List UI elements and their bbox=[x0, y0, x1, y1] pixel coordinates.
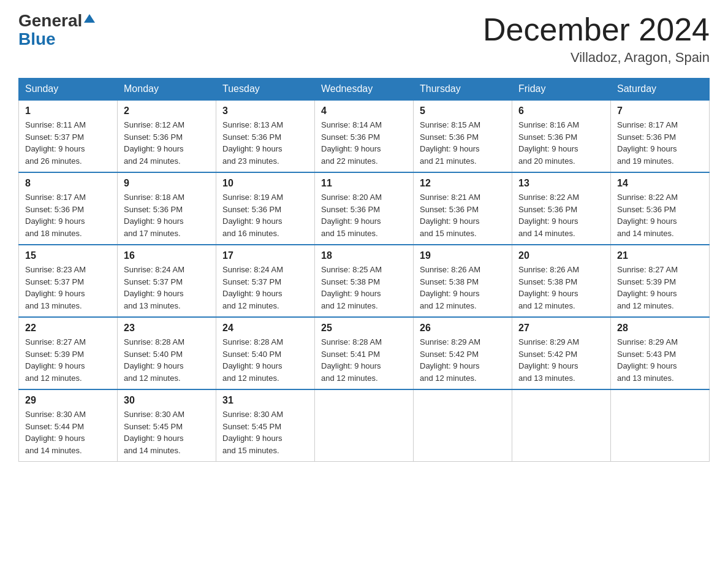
table-row: 10Sunrise: 8:19 AMSunset: 5:36 PMDayligh… bbox=[216, 172, 315, 245]
day-info: Sunrise: 8:13 AMSunset: 5:36 PMDaylight:… bbox=[222, 119, 308, 167]
table-row bbox=[315, 389, 414, 462]
col-header-friday: Friday bbox=[512, 79, 611, 101]
day-number: 5 bbox=[420, 105, 506, 117]
calendar-week-row: 8Sunrise: 8:17 AMSunset: 5:36 PMDaylight… bbox=[19, 172, 710, 245]
day-number: 3 bbox=[222, 105, 308, 117]
logo-text-blue: Blue bbox=[18, 31, 56, 48]
day-info: Sunrise: 8:15 AMSunset: 5:36 PMDaylight:… bbox=[420, 119, 506, 167]
day-info: Sunrise: 8:17 AMSunset: 5:36 PMDaylight:… bbox=[25, 191, 111, 239]
table-row: 12Sunrise: 8:21 AMSunset: 5:36 PMDayligh… bbox=[414, 172, 512, 245]
table-row: 2Sunrise: 8:12 AMSunset: 5:36 PMDaylight… bbox=[118, 100, 216, 172]
day-info: Sunrise: 8:18 AMSunset: 5:36 PMDaylight:… bbox=[124, 191, 210, 239]
table-row: 18Sunrise: 8:25 AMSunset: 5:38 PMDayligh… bbox=[315, 245, 414, 317]
table-row: 13Sunrise: 8:22 AMSunset: 5:36 PMDayligh… bbox=[512, 172, 611, 245]
day-info: Sunrise: 8:27 AMSunset: 5:39 PMDaylight:… bbox=[617, 264, 703, 312]
day-number: 11 bbox=[321, 178, 407, 189]
location-subtitle: Villadoz, Aragon, Spain bbox=[483, 50, 710, 66]
month-title: December 2024 bbox=[483, 12, 710, 47]
day-number: 30 bbox=[124, 395, 210, 406]
day-number: 28 bbox=[617, 323, 703, 334]
day-number: 9 bbox=[124, 178, 210, 189]
day-info: Sunrise: 8:14 AMSunset: 5:36 PMDaylight:… bbox=[321, 119, 407, 167]
day-info: Sunrise: 8:17 AMSunset: 5:36 PMDaylight:… bbox=[617, 119, 703, 167]
col-header-wednesday: Wednesday bbox=[315, 79, 414, 101]
day-info: Sunrise: 8:28 AMSunset: 5:40 PMDaylight:… bbox=[222, 336, 308, 384]
day-number: 31 bbox=[222, 395, 308, 406]
day-info: Sunrise: 8:28 AMSunset: 5:41 PMDaylight:… bbox=[321, 336, 407, 384]
table-row: 4Sunrise: 8:14 AMSunset: 5:36 PMDaylight… bbox=[315, 100, 414, 172]
table-row: 23Sunrise: 8:28 AMSunset: 5:40 PMDayligh… bbox=[118, 317, 216, 389]
table-row: 1Sunrise: 8:11 AMSunset: 5:37 PMDaylight… bbox=[19, 100, 118, 172]
calendar-week-row: 22Sunrise: 8:27 AMSunset: 5:39 PMDayligh… bbox=[19, 317, 710, 389]
logo-text-general: General bbox=[18, 12, 82, 29]
day-number: 25 bbox=[321, 323, 407, 334]
calendar-table: Sunday Monday Tuesday Wednesday Thursday… bbox=[18, 78, 710, 462]
day-number: 4 bbox=[321, 105, 407, 117]
day-info: Sunrise: 8:25 AMSunset: 5:38 PMDaylight:… bbox=[321, 264, 407, 312]
table-row bbox=[611, 389, 710, 462]
day-info: Sunrise: 8:22 AMSunset: 5:36 PMDaylight:… bbox=[518, 191, 604, 239]
day-info: Sunrise: 8:26 AMSunset: 5:38 PMDaylight:… bbox=[518, 264, 604, 312]
day-number: 12 bbox=[420, 178, 506, 189]
day-number: 6 bbox=[518, 105, 604, 117]
day-number: 26 bbox=[420, 323, 506, 334]
calendar-week-row: 15Sunrise: 8:23 AMSunset: 5:37 PMDayligh… bbox=[19, 245, 710, 317]
day-info: Sunrise: 8:20 AMSunset: 5:36 PMDaylight:… bbox=[321, 191, 407, 239]
table-row: 19Sunrise: 8:26 AMSunset: 5:38 PMDayligh… bbox=[414, 245, 512, 317]
day-info: Sunrise: 8:29 AMSunset: 5:42 PMDaylight:… bbox=[420, 336, 506, 384]
table-row: 17Sunrise: 8:24 AMSunset: 5:37 PMDayligh… bbox=[216, 245, 315, 317]
day-info: Sunrise: 8:30 AMSunset: 5:44 PMDaylight:… bbox=[25, 408, 111, 456]
table-row: 20Sunrise: 8:26 AMSunset: 5:38 PMDayligh… bbox=[512, 245, 611, 317]
title-block: December 2024 Villadoz, Aragon, Spain bbox=[483, 12, 710, 66]
day-info: Sunrise: 8:30 AMSunset: 5:45 PMDaylight:… bbox=[124, 408, 210, 456]
day-number: 16 bbox=[124, 250, 210, 261]
col-header-saturday: Saturday bbox=[611, 79, 710, 101]
table-row: 28Sunrise: 8:29 AMSunset: 5:43 PMDayligh… bbox=[611, 317, 710, 389]
table-row: 31Sunrise: 8:30 AMSunset: 5:45 PMDayligh… bbox=[216, 389, 315, 462]
day-info: Sunrise: 8:28 AMSunset: 5:40 PMDaylight:… bbox=[124, 336, 210, 384]
calendar-week-row: 29Sunrise: 8:30 AMSunset: 5:44 PMDayligh… bbox=[19, 389, 710, 462]
table-row: 27Sunrise: 8:29 AMSunset: 5:42 PMDayligh… bbox=[512, 317, 611, 389]
page-header: General Blue December 2024 Villadoz, Ara… bbox=[18, 12, 710, 66]
day-number: 29 bbox=[25, 395, 111, 406]
day-info: Sunrise: 8:29 AMSunset: 5:43 PMDaylight:… bbox=[617, 336, 703, 384]
table-row: 21Sunrise: 8:27 AMSunset: 5:39 PMDayligh… bbox=[611, 245, 710, 317]
table-row: 29Sunrise: 8:30 AMSunset: 5:44 PMDayligh… bbox=[19, 389, 118, 462]
day-info: Sunrise: 8:23 AMSunset: 5:37 PMDaylight:… bbox=[25, 264, 111, 312]
day-info: Sunrise: 8:27 AMSunset: 5:39 PMDaylight:… bbox=[25, 336, 111, 384]
table-row: 15Sunrise: 8:23 AMSunset: 5:37 PMDayligh… bbox=[19, 245, 118, 317]
table-row bbox=[414, 389, 512, 462]
day-number: 1 bbox=[25, 105, 111, 117]
day-number: 14 bbox=[617, 178, 703, 189]
table-row: 6Sunrise: 8:16 AMSunset: 5:36 PMDaylight… bbox=[512, 100, 611, 172]
col-header-tuesday: Tuesday bbox=[216, 79, 315, 101]
day-number: 27 bbox=[518, 323, 604, 334]
table-row: 14Sunrise: 8:22 AMSunset: 5:36 PMDayligh… bbox=[611, 172, 710, 245]
day-info: Sunrise: 8:30 AMSunset: 5:45 PMDaylight:… bbox=[222, 408, 308, 456]
table-row: 8Sunrise: 8:17 AMSunset: 5:36 PMDaylight… bbox=[19, 172, 118, 245]
day-number: 17 bbox=[222, 250, 308, 261]
col-header-monday: Monday bbox=[118, 79, 216, 101]
table-row bbox=[512, 389, 611, 462]
day-number: 10 bbox=[222, 178, 308, 189]
calendar-header-row: Sunday Monday Tuesday Wednesday Thursday… bbox=[19, 79, 710, 101]
day-number: 22 bbox=[25, 323, 111, 334]
day-number: 15 bbox=[25, 250, 111, 261]
day-number: 2 bbox=[124, 105, 210, 117]
day-number: 18 bbox=[321, 250, 407, 261]
day-number: 8 bbox=[25, 178, 111, 189]
day-info: Sunrise: 8:24 AMSunset: 5:37 PMDaylight:… bbox=[222, 264, 308, 312]
day-number: 13 bbox=[518, 178, 604, 189]
day-info: Sunrise: 8:24 AMSunset: 5:37 PMDaylight:… bbox=[124, 264, 210, 312]
day-number: 21 bbox=[617, 250, 703, 261]
table-row: 22Sunrise: 8:27 AMSunset: 5:39 PMDayligh… bbox=[19, 317, 118, 389]
table-row: 26Sunrise: 8:29 AMSunset: 5:42 PMDayligh… bbox=[414, 317, 512, 389]
table-row: 24Sunrise: 8:28 AMSunset: 5:40 PMDayligh… bbox=[216, 317, 315, 389]
day-number: 23 bbox=[124, 323, 210, 334]
col-header-thursday: Thursday bbox=[414, 79, 512, 101]
table-row: 9Sunrise: 8:18 AMSunset: 5:36 PMDaylight… bbox=[118, 172, 216, 245]
day-info: Sunrise: 8:26 AMSunset: 5:38 PMDaylight:… bbox=[420, 264, 506, 312]
col-header-sunday: Sunday bbox=[19, 79, 118, 101]
table-row: 5Sunrise: 8:15 AMSunset: 5:36 PMDaylight… bbox=[414, 100, 512, 172]
day-info: Sunrise: 8:12 AMSunset: 5:36 PMDaylight:… bbox=[124, 119, 210, 167]
